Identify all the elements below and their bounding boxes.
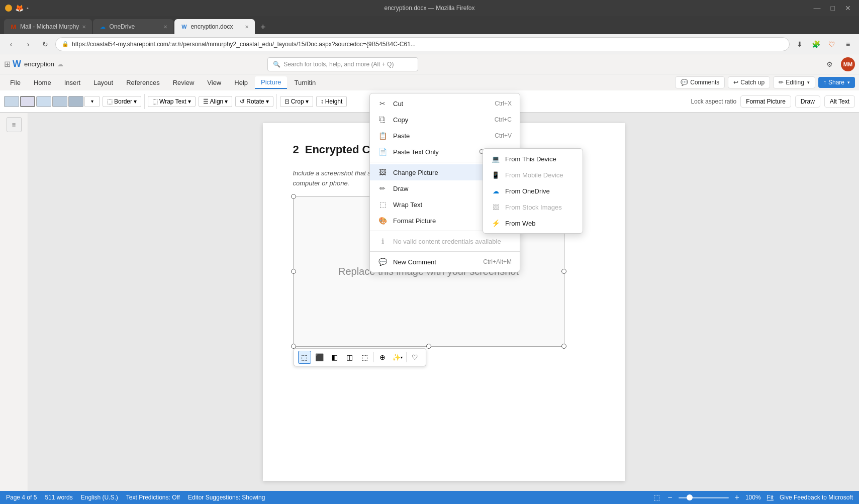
url-text: https://coastal54-my.sharepoint.com/:w:/… [72,41,416,48]
pic-style-1[interactable] [4,96,19,107]
search-placeholder: Search for tools, help, and more (Alt + … [283,61,394,68]
float-layout-btn-3[interactable]: ◧ [328,351,341,364]
pic-style-more-btn[interactable]: ▾ [84,96,100,107]
ribbon-tab-review[interactable]: Review [167,77,201,88]
extensions-btn[interactable]: 🧩 [809,37,823,51]
apps-grid-icon[interactable]: ⊞ [4,59,11,69]
ctx-cut[interactable]: ✂ Cut Ctrl+X [370,95,520,112]
refresh-button[interactable]: ↻ [38,37,52,51]
comment-ctx-icon: 💬 [378,257,387,266]
float-position-btn[interactable]: ⊕ [376,351,389,364]
ctx-paste[interactable]: 📋 Paste Ctrl+V [370,128,520,144]
submenu-from-onedrive-label: From OneDrive [505,187,550,195]
border-btn[interactable]: ⬚ Border ▾ [103,96,141,107]
rotate-btn[interactable]: ↺ Rotate ▾ [235,96,273,107]
download-btn[interactable]: ⬇ [793,37,807,51]
ctx-sep-3 [370,251,520,252]
user-avatar[interactable]: MM [841,57,855,71]
feedback-label[interactable]: Give Feedback to Microsoft [780,494,853,501]
tab-mail-close[interactable]: ✕ [82,24,86,30]
ctx-new-comment-label: New Comment [393,258,477,266]
zoom-minus-btn[interactable]: − [667,493,672,502]
shield-icon[interactable]: 🛡 [825,37,839,51]
resize-handle-tl[interactable] [291,194,296,199]
ribbon-tab-view[interactable]: View [201,77,227,88]
maximize-btn[interactable]: □ [828,3,838,13]
pic-style-2[interactable] [20,96,35,107]
resize-handle-bc[interactable] [426,344,431,349]
ribbon-tab-picture[interactable]: Picture [255,76,287,89]
submenu-from-device[interactable]: 💻 From This Device [483,151,583,167]
zoom-slider[interactable] [679,497,729,498]
word-logo: W [13,59,21,69]
resize-handle-ml[interactable] [291,269,296,274]
ctx-copy[interactable]: ⿻ Copy Ctrl+C [370,112,520,128]
settings-btn[interactable]: ≡ [841,37,855,51]
comments-btn[interactable]: 💬 Comments [675,76,725,88]
submenu-from-device-label: From This Device [505,155,556,163]
tab-onedrive-close[interactable]: ✕ [163,24,167,30]
crop-btn[interactable]: ⊡ Crop ▾ [280,96,313,107]
zoom-percent: 100% [745,494,761,501]
ctx-paste-shortcut: Ctrl+V [495,132,512,139]
settings-gear-icon[interactable]: ⚙ [823,57,837,71]
wrap-text-btn[interactable]: ⬚ Wrap Text ▾ [148,96,196,107]
submenu-from-onedrive[interactable]: ☁ From OneDrive [483,183,583,199]
format-picture-btn[interactable]: Format Picture [740,95,791,108]
ribbon-tab-layout[interactable]: Layout [87,77,119,88]
word-search-bar[interactable]: 🔍 Search for tools, help, and more (Alt … [267,57,418,71]
align-label: Align [210,98,224,105]
paste-text-icon: 📄 [378,147,387,156]
address-bar[interactable]: 🔒 https://coastal54-my.sharepoint.com/:w… [55,37,790,51]
tab-encryption[interactable]: W encryption.docx ✕ [174,19,255,34]
sidebar-panel-btn[interactable]: ≡ [7,117,22,132]
pic-style-4[interactable] [52,96,67,107]
tab-mail-label: Mail - Michael Murphy [20,23,79,30]
fit-label[interactable]: Fit [767,494,774,501]
back-button[interactable]: ‹ [4,37,18,51]
alt-text-btn[interactable]: Alt Text [824,95,855,108]
float-effects-btn[interactable]: ✨▾ [391,351,404,364]
share-btn[interactable]: ↑ Share ▾ [818,77,855,88]
draw-ribbon-btn[interactable]: Draw [795,95,820,108]
ctx-no-credentials: ℹ No valid content credentials available [370,233,520,249]
float-divider [373,352,374,362]
resize-handle-br[interactable] [561,344,566,349]
new-tab-btn[interactable]: + [256,20,270,34]
tab-mail[interactable]: M Mail - Michael Murphy ✕ [4,19,92,34]
forward-button[interactable]: › [21,37,35,51]
submenu-from-web[interactable]: ⚡ From Web [483,215,583,231]
ribbon-tab-references[interactable]: References [120,77,165,88]
ctx-copy-label: Copy [393,116,489,124]
tab-onedrive[interactable]: ☁ OneDrive ✕ [93,19,173,34]
editing-btn[interactable]: ✏ Editing ▾ [773,76,815,88]
float-layout-btn-2[interactable]: ⬛ [313,351,326,364]
ribbon-tab-home[interactable]: Home [28,77,57,88]
doc-heading-number: 2 [293,143,299,156]
float-layout-btn-4[interactable]: ◫ [343,351,356,364]
float-layout-btn-1[interactable]: ⬚ [298,351,311,364]
picture-styles-group: ▾ [4,96,100,107]
browser-titlebar: 🦊 • encryption.docx — Mozilla Firefox — … [0,0,859,16]
pic-style-3[interactable] [36,96,51,107]
minimize-btn[interactable]: — [811,3,824,13]
zoom-plus-btn[interactable]: + [735,493,739,502]
resize-handle-mr[interactable] [561,269,566,274]
catchup-btn[interactable]: ↩ Catch up [728,76,770,88]
height-btn[interactable]: ↕ Height [316,96,347,107]
pic-style-5[interactable] [68,96,83,107]
copy-doc-icon[interactable]: ⬚ [651,492,661,502]
cloud-sync-icon: ☁ [57,61,63,68]
close-btn[interactable]: ✕ [842,3,854,13]
align-btn[interactable]: ☰ Align ▾ [199,96,233,107]
float-alt-btn[interactable]: ♡ [409,351,422,364]
ctx-new-comment[interactable]: 💬 New Comment Ctrl+Alt+M [370,254,520,270]
ribbon-tab-turnitin[interactable]: Turnitin [288,77,322,88]
ribbon-tab-file[interactable]: File [4,77,27,88]
ribbon-tab-help[interactable]: Help [228,77,254,88]
ribbon-tab-insert[interactable]: Insert [58,77,87,88]
crop-icon: ⊡ [284,98,290,105]
tab-encryption-close[interactable]: ✕ [245,24,249,30]
float-layout-btn-5[interactable]: ⬚ [358,351,371,364]
editor-suggestions: Editor Suggestions: Showing [188,494,265,501]
